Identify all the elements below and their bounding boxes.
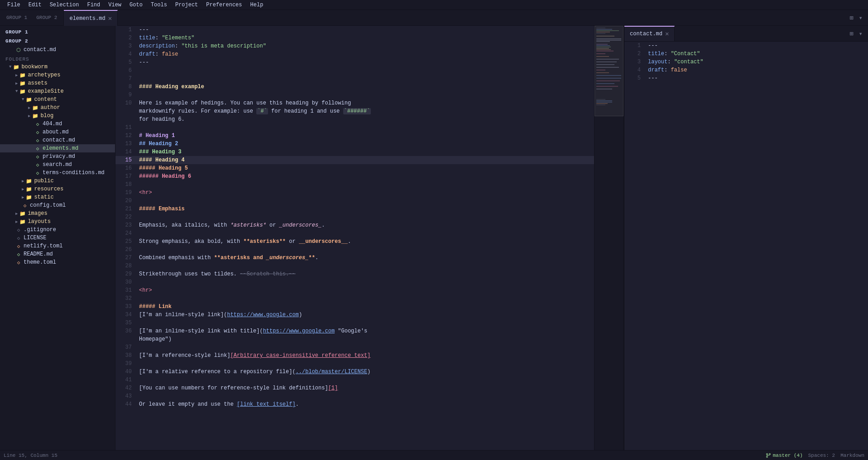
menu-tools[interactable]: Tools (147, 1, 171, 9)
line-content-27: Combined emphasis with **asterisks and _… (137, 254, 594, 262)
readme-label: README.md (24, 251, 53, 257)
svg-rect-13 (596, 49, 611, 50)
line-content-14: ### Heading 3 (137, 148, 594, 156)
menu-file[interactable]: File (4, 1, 24, 9)
sidebar-item-resources[interactable]: 📁 resources (0, 185, 115, 193)
line-content-34: [I'm an inline-style link](https://www.g… (137, 311, 594, 319)
editor-line-42: 42 [You can use numbers for reference-st… (115, 384, 594, 392)
menu-goto[interactable]: Goto (126, 1, 146, 9)
menu-find[interactable]: Find (83, 1, 104, 9)
line-num-6: 6 (115, 66, 137, 75)
status-position[interactable]: Line 15, Column 15 (4, 453, 58, 458)
split-editor-btn[interactable]: ⊞ (848, 13, 855, 23)
tab-elements-md-close[interactable]: ✕ (108, 15, 112, 22)
sidebar-item-archetypes[interactable]: 📁 archetypes (0, 71, 115, 79)
sidebar-item-public[interactable]: 📁 public (0, 177, 115, 185)
config-toml-icon: ◇ (22, 203, 28, 209)
menu-preferences[interactable]: Preferences (202, 1, 245, 9)
sidebar-item-assets[interactable]: 📁 assets (0, 79, 115, 87)
line-num-29: 29 (115, 270, 137, 278)
author-icon: 📁 (32, 105, 38, 111)
license-label: LICENSE (24, 235, 46, 241)
svg-rect-0 (596, 28, 605, 28)
sidebar-item-content[interactable]: 📁 content (0, 95, 115, 104)
sidebar-item-readme[interactable]: ◇ README.md (0, 250, 115, 258)
line-content-12: # Heading 1 (137, 132, 594, 140)
editor-line-13: 13 ## Heading 2 (115, 140, 594, 148)
resources-icon: 📁 (26, 186, 32, 192)
minimap[interactable] (594, 26, 623, 450)
svg-rect-18 (596, 62, 617, 62)
netlify-icon: ◇ (15, 243, 22, 249)
sidebar-item-netlify[interactable]: ◇ netlify.toml (0, 242, 115, 250)
right-tab-actions: ⊞ ▾ (844, 26, 868, 41)
right-editor-content[interactable]: 1 --- 2 title: "Contact" 3 layout: "cont… (624, 42, 868, 450)
menu-selection[interactable]: Selection (46, 1, 83, 9)
right-line-1: 1 --- (624, 42, 868, 50)
menu-edit[interactable]: Edit (25, 1, 45, 9)
sidebar-item-layouts[interactable]: 📁 layouts (0, 218, 115, 226)
menu-bar: File Edit Selection Find View Goto Tools… (0, 0, 868, 10)
bookworm-chevron (9, 65, 11, 69)
menu-view[interactable]: View (105, 1, 125, 9)
editor-line-7: 7 (115, 75, 594, 83)
menu-help[interactable]: Help (247, 1, 267, 9)
sidebar-item-license[interactable]: ◇ LICENSE (0, 234, 115, 242)
sidebar-item-search[interactable]: ◇ search.md (0, 161, 115, 169)
tab-contact-md-close[interactable]: ✕ (665, 31, 669, 37)
sidebar-item-author[interactable]: 📁 author (0, 104, 115, 112)
svg-rect-9 (596, 44, 608, 45)
sidebar-item-static[interactable]: 📁 static (0, 193, 115, 201)
line-num-9: 9 (115, 91, 137, 99)
sidebar-item-bookworm[interactable]: 📁 bookworm (0, 63, 115, 71)
sidebar-item-contact[interactable]: ◇ contact.md (0, 136, 115, 144)
sidebar-item-blog[interactable]: 📁 blog (0, 112, 115, 120)
sidebar-item-examplesite[interactable]: 📁 exampleSite (0, 87, 115, 95)
svg-rect-25 (596, 81, 620, 81)
editor-line-24: 24 (115, 229, 594, 237)
tab-elements-md[interactable]: elements.md ✕ (64, 10, 118, 26)
sidebar-item-contact-md[interactable]: ⬡ contact.md (0, 46, 115, 54)
sidebar-item-config-toml[interactable]: ◇ config.toml (0, 201, 115, 209)
readme-icon: ◇ (15, 251, 22, 257)
status-git-branch[interactable]: master (4) (766, 453, 803, 458)
author-label: author (40, 104, 60, 111)
sidebar-item-privacy[interactable]: ◇ privacy.md (0, 152, 115, 161)
line-num-7: 7 (115, 75, 137, 83)
sidebar-item-gitignore[interactable]: ◇ .gitignore (0, 226, 115, 234)
status-spaces[interactable]: Spaces: 2 (808, 453, 835, 458)
privacy-label: privacy.md (43, 153, 75, 160)
menu-project[interactable]: Project (172, 1, 201, 9)
line-content-33: ##### Link (137, 303, 594, 311)
editor-line-5: 5 --- (115, 58, 594, 66)
right-split-btn[interactable]: ⊞ (848, 29, 855, 38)
sidebar-item-about[interactable]: ◇ about.md (0, 128, 115, 136)
svg-rect-5 (596, 36, 614, 37)
tab-contact-md[interactable]: contact.md ✕ (624, 26, 675, 41)
line-num-31: 31 (115, 286, 137, 294)
editor-line-36: 36 [I'm an inline-style link with title]… (115, 327, 594, 343)
right-chevron-btn[interactable]: ▾ (857, 29, 864, 38)
about-icon: ◇ (34, 129, 41, 135)
archetypes-label: archetypes (28, 72, 60, 78)
tab-chevron-btn[interactable]: ▾ (857, 13, 864, 23)
status-language[interactable]: Markdown (840, 453, 864, 458)
images-label: images (28, 210, 47, 217)
svg-rect-29 (596, 99, 605, 100)
svg-rect-27 (596, 86, 618, 87)
svg-rect-7 (596, 40, 621, 41)
line-content-4: draft: false (137, 50, 594, 58)
editor-line-37: 37 (115, 343, 594, 351)
sidebar-item-terms[interactable]: ◇ terms-conditions.md (0, 169, 115, 177)
about-label: about.md (43, 129, 69, 135)
sidebar-item-images[interactable]: 📁 images (0, 209, 115, 218)
sidebar-item-theme[interactable]: ◇ theme.toml (0, 258, 115, 266)
svg-rect-8 (596, 41, 610, 42)
sidebar-item-elements[interactable]: ◇ elements.md (0, 144, 115, 152)
editor-content[interactable]: 1 --- 2 title: "Elements" 3 description:… (115, 26, 594, 450)
sidebar-item-404[interactable]: ◇ 404.md (0, 120, 115, 128)
editor-line-1: 1 --- (115, 26, 594, 34)
line-num-1: 1 (115, 26, 137, 34)
editor-line-31: 31 <hr> (115, 286, 594, 294)
right-line-num-1: 1 (624, 42, 646, 50)
